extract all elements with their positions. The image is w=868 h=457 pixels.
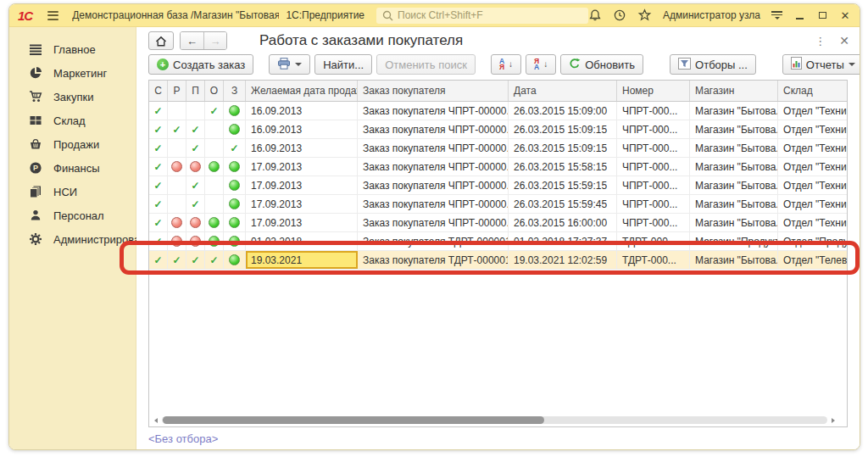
sidebar-item-personal[interactable]: Персонал: [9, 203, 136, 227]
table-row[interactable]: ✓✓✓✓19.03.2021Заказ покупателя ТДРТ-0000…: [149, 251, 847, 270]
red-status-icon: [190, 236, 201, 247]
order-cell: Заказ покупателя ЧПРТ-00000...: [358, 176, 509, 194]
warehouse-cell: Отдел "Техника д: [778, 176, 847, 194]
sidebar-item-sklad[interactable]: Склад: [9, 109, 136, 132]
sidebar-item-administrirovanie[interactable]: Администрирование: [9, 227, 136, 251]
checkmark-icon: ✓: [209, 106, 218, 116]
horizontal-scrollbar[interactable]: [154, 416, 835, 424]
column-header[interactable]: Магазин: [690, 81, 778, 101]
number-cell: ЧПРТ-000...: [617, 158, 690, 176]
table-row[interactable]: ✓✓17.09.2013Заказ покупателя ЧПРТ-00000.…: [149, 195, 847, 214]
order-cell: Заказ покупателя ЧПРТ-00000...: [358, 102, 509, 120]
checkmark-icon: ✓: [153, 162, 162, 172]
create-order-button[interactable]: + Создать заказ: [148, 54, 253, 75]
report-chart-icon: [791, 57, 802, 72]
number-cell: ЧПРТ-000...: [617, 102, 690, 120]
order-cell: Заказ покупателя ТДРТ-000001: [358, 232, 509, 250]
notifications-bell-icon[interactable]: [588, 8, 602, 22]
maximize-button[interactable]: [816, 9, 828, 21]
number-cell: ЧПРТ-000...: [617, 176, 690, 194]
table-row[interactable]: ✓✓✓16.09.2013Заказ покупателя ЧПРТ-00000…: [149, 120, 847, 139]
order-cell: Заказ покупателя ЧПРТ-00000...: [358, 139, 509, 157]
minimize-button[interactable]: [793, 9, 805, 21]
scrollbar-thumb[interactable]: [163, 416, 544, 424]
table-row[interactable]: ✓✓17.09.2013Заказ покупателя ЧПРТ-00000.…: [149, 176, 847, 195]
print-button[interactable]: [269, 54, 310, 75]
desired-date-cell: 16.09.2013: [246, 139, 358, 157]
history-icon[interactable]: [613, 8, 626, 22]
panel-close-icon[interactable]: ✕: [839, 34, 849, 47]
column-header[interactable]: Заказ покупателя: [358, 81, 509, 101]
green-status-icon: [229, 198, 240, 209]
column-header[interactable]: С: [149, 81, 168, 101]
sidebar-item-zakupki[interactable]: Закупки: [9, 85, 136, 109]
sort-ascending-button[interactable]: А Я ↓: [491, 54, 521, 75]
column-header[interactable]: Дата: [509, 81, 617, 101]
sidebar-item-finansy[interactable]: РФинансы: [9, 156, 136, 180]
reports-button[interactable]: Отчеты: [782, 54, 860, 75]
sidebar-item-label: Склад: [53, 114, 86, 127]
table-body: ✓✓16.09.2013Заказ покупателя ЧПРТ-00000.…: [149, 102, 847, 270]
status-cell: ✓: [186, 120, 205, 138]
status-cell: [186, 158, 205, 176]
filter-status[interactable]: <Без отбора>: [148, 432, 218, 445]
checkmark-icon: ✓: [153, 255, 162, 265]
scroll-left-arrow-icon[interactable]: [154, 418, 158, 423]
close-button[interactable]: ✕: [839, 9, 851, 21]
order-cell: Заказ покупателя ЧПРТ-00000...: [358, 195, 509, 213]
date-cell: 26.03.2015 15:09:00: [509, 102, 617, 120]
sidebar-item-prodazhi[interactable]: Продажи: [9, 132, 136, 156]
sidebar-item-marketing[interactable]: Маркетинг: [9, 61, 136, 85]
status-cell: [168, 195, 186, 213]
current-user[interactable]: Администратор узла: [663, 9, 760, 21]
table-row[interactable]: ✓17.09.2013Заказ покупателя ЧПРТ-00000..…: [149, 214, 847, 232]
status-cell: [186, 214, 205, 231]
status-cell: ✓: [149, 232, 168, 250]
forward-button[interactable]: →: [203, 32, 226, 49]
kebab-menu-icon[interactable]: ⋮: [815, 35, 826, 47]
app-window: 1С Демонстрационная база /Магазин "Бытов…: [8, 3, 860, 450]
status-cell: ✓: [149, 214, 168, 231]
column-header[interactable]: Склад: [778, 81, 847, 101]
back-button[interactable]: ←: [181, 32, 203, 49]
store-cell: Магазин "Бытова...: [690, 214, 778, 231]
sidebar-item-label: Главное: [53, 43, 96, 56]
desired-date-cell: 16.09.2013: [246, 120, 358, 138]
status-cell: [224, 102, 246, 120]
column-header[interactable]: З: [224, 81, 246, 101]
find-button[interactable]: Найти...: [314, 54, 372, 75]
sidebar-item-glavnoe[interactable]: Главное: [9, 37, 136, 61]
status-cell: [168, 102, 186, 120]
green-status-icon: [229, 124, 240, 135]
desired-date-cell: 17.09.2013: [246, 214, 358, 231]
number-cell: ЧПРТ-000...: [617, 195, 690, 213]
status-cell: ✓: [149, 139, 168, 157]
column-header[interactable]: П: [186, 81, 205, 101]
sidebar-list: ГлавноеМаркетингЗакупкиСкладПродажиРФина…: [9, 37, 136, 251]
desired-date-cell: 19.03.2021: [246, 251, 358, 269]
sidebar-item-label: Продажи: [53, 138, 99, 151]
table-row[interactable]: ✓01.02.2018Заказ покупателя ТДРТ-0000010…: [149, 232, 847, 251]
scroll-right-arrow-icon[interactable]: [832, 418, 835, 423]
table-row[interactable]: ✓✓✓16.09.2013Заказ покупателя ЧПРТ-00000…: [149, 139, 847, 158]
sidebar-item-label: Маркетинг: [53, 67, 107, 80]
refresh-button[interactable]: Обновить: [560, 54, 643, 75]
column-header[interactable]: Номер: [617, 81, 690, 101]
column-header[interactable]: О: [205, 81, 224, 101]
column-header[interactable]: Р: [168, 81, 186, 101]
service-menu-icon[interactable]: [771, 11, 782, 20]
column-header[interactable]: Желаемая дата продажи: [246, 81, 358, 101]
hamburger-menu-icon[interactable]: [47, 11, 58, 20]
sidebar-item-nsi[interactable]: НСИ: [9, 180, 136, 203]
status-cell: [205, 232, 224, 250]
home-button[interactable]: [148, 31, 174, 50]
filters-button[interactable]: Отборы ...: [670, 54, 756, 75]
favorites-star-icon[interactable]: [637, 8, 652, 22]
sort-az-icon: А Я: [499, 59, 504, 70]
number-cell: ЧПРТ-000...: [617, 214, 690, 231]
basket-icon: [29, 137, 42, 151]
sort-descending-button[interactable]: Я А ↓: [526, 54, 556, 75]
table-row[interactable]: ✓✓16.09.2013Заказ покупателя ЧПРТ-00000.…: [149, 102, 847, 120]
table-row[interactable]: ✓17.09.2013Заказ покупателя ЧПРТ-00000..…: [149, 158, 847, 176]
global-search-input[interactable]: Поиск Ctrl+Shift+F: [376, 8, 588, 24]
